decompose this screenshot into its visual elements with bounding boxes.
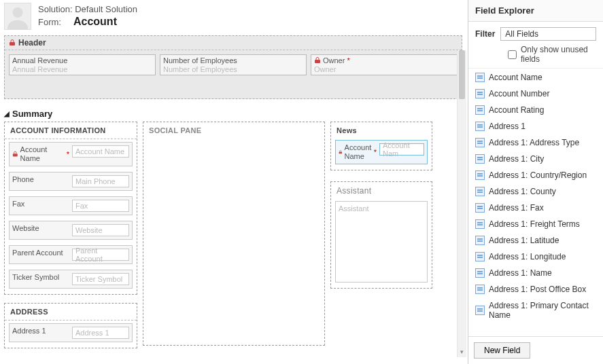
field-list-label: Address 1: Freight Terms bbox=[489, 219, 580, 229]
svg-rect-2 bbox=[315, 60, 320, 63]
field-input[interactable]: Parent Account bbox=[72, 249, 129, 261]
field-icon bbox=[475, 170, 485, 180]
filter-label: Filter bbox=[475, 29, 495, 39]
unused-fields-checkbox[interactable] bbox=[508, 50, 517, 59]
field-list-label: Account Name bbox=[489, 73, 542, 82]
tab-summary[interactable]: ◢ Summary bbox=[4, 109, 462, 119]
field-input[interactable]: Website bbox=[72, 224, 129, 236]
section-title: ADDRESS bbox=[5, 304, 137, 320]
field-input[interactable]: Account Nam bbox=[379, 143, 424, 156]
field-input[interactable]: Account Name bbox=[72, 145, 129, 158]
lock-icon bbox=[12, 151, 18, 158]
field-icon bbox=[475, 187, 485, 196]
field-explorer-pane: Field Explorer Filter All Fields Only sh… bbox=[468, 0, 603, 364]
scrollbar-thumb[interactable] bbox=[459, 50, 465, 99]
field-input[interactable]: Fax bbox=[72, 200, 129, 212]
field-explorer-title: Field Explorer bbox=[468, 0, 603, 22]
filter-select[interactable]: All Fields bbox=[500, 27, 596, 41]
field-news-account-name[interactable]: Account Name* Account Nam bbox=[335, 140, 428, 164]
field-input[interactable]: Address 1 bbox=[72, 327, 129, 339]
field-list-item[interactable]: Address 1: Post Office Box bbox=[468, 282, 603, 297]
header-field-annual-revenue[interactable]: Annual Revenue Annual Revenue bbox=[9, 54, 156, 75]
field-icon bbox=[475, 236, 485, 245]
field-phone[interactable]: Phone Main Phone bbox=[9, 172, 133, 191]
new-field-button[interactable]: New Field bbox=[474, 342, 530, 359]
field-list-label: Address 1: Latitude bbox=[489, 236, 559, 245]
field-icon bbox=[475, 105, 485, 115]
assistant-box[interactable]: Assistant bbox=[335, 201, 428, 283]
field-fax[interactable]: Fax Fax bbox=[9, 196, 133, 215]
field-icon bbox=[475, 138, 485, 147]
field-icon bbox=[475, 285, 485, 294]
field-icon bbox=[475, 203, 485, 213]
section-account-information[interactable]: ACCOUNT INFORMATION Account Name* Accoun… bbox=[4, 122, 137, 295]
field-icon bbox=[475, 73, 485, 82]
field-list-item[interactable]: Account Number bbox=[468, 86, 603, 101]
unused-fields-label: Only show unused fields bbox=[521, 45, 596, 64]
field-icon bbox=[475, 306, 485, 315]
field-list-item[interactable]: Address 1 bbox=[468, 119, 603, 134]
field-list-label: Address 1: Post Office Box bbox=[489, 285, 586, 294]
field-icon bbox=[475, 122, 485, 131]
section-title: ACCOUNT INFORMATION bbox=[5, 122, 137, 139]
field-list: Account NameAccount NumberAccount Rating… bbox=[468, 68, 603, 336]
field-website[interactable]: Website Website bbox=[9, 221, 133, 240]
svg-rect-1 bbox=[10, 42, 15, 46]
field-address1[interactable]: Address 1 Address 1 bbox=[9, 323, 133, 342]
svg-point-0 bbox=[12, 7, 22, 18]
field-list-item[interactable]: Address 1: City bbox=[468, 151, 603, 166]
header-field-owner[interactable]: Owner* Owner bbox=[311, 54, 458, 75]
scrollbar[interactable]: ▾ bbox=[457, 50, 466, 357]
field-icon bbox=[475, 252, 485, 261]
field-list-label: Address 1: County bbox=[489, 187, 556, 196]
lock-icon bbox=[339, 149, 343, 156]
field-list-item[interactable]: Address 1: Name bbox=[468, 266, 603, 280]
section-social-pane[interactable]: SOCIAL PANE bbox=[143, 122, 325, 346]
avatar bbox=[4, 3, 31, 30]
section-news[interactable]: News Account Name* Account Nam bbox=[330, 122, 432, 170]
field-input[interactable]: Ticker Symbol bbox=[72, 273, 129, 285]
field-list-item[interactable]: Address 1: Freight Terms bbox=[468, 217, 603, 232]
field-list-item[interactable]: Address 1: Country/Region bbox=[468, 168, 603, 183]
field-list-item[interactable]: Address 1: Longitude bbox=[468, 249, 603, 264]
field-list-item[interactable]: Address 1: Address Type bbox=[468, 135, 603, 150]
field-icon bbox=[475, 219, 485, 229]
field-list-item[interactable]: Account Rating bbox=[468, 103, 603, 117]
expand-icon: ◢ bbox=[4, 110, 10, 117]
field-parent-account[interactable]: Parent Account Parent Account bbox=[9, 245, 133, 264]
lock-icon bbox=[314, 57, 321, 64]
field-list-label: Account Number bbox=[489, 89, 549, 98]
field-icon bbox=[475, 89, 485, 98]
field-list-label: Account Rating bbox=[489, 105, 544, 115]
section-title: SOCIAL PANE bbox=[143, 122, 324, 139]
field-list-item[interactable]: Address 1: Fax bbox=[468, 200, 603, 215]
field-list-label: Address 1: Primary Contact Name bbox=[489, 301, 596, 320]
field-list-label: Address 1: City bbox=[489, 154, 544, 164]
field-list-label: Address 1: Longitude bbox=[489, 252, 566, 261]
field-list-label: Address 1: Name bbox=[489, 268, 552, 278]
form-label: Form: bbox=[38, 17, 61, 27]
header-field-num-employees[interactable]: Number of Employees Number of Employees bbox=[160, 54, 307, 75]
svg-rect-3 bbox=[13, 153, 18, 156]
field-list-label: Address 1: Address Type bbox=[489, 138, 579, 147]
field-list-item[interactable]: Address 1: County bbox=[468, 184, 603, 199]
section-title: News bbox=[331, 122, 432, 139]
entity-name: Account bbox=[73, 16, 117, 28]
field-list-item[interactable]: Account Name bbox=[468, 70, 603, 85]
field-list-item[interactable]: Address 1: Primary Contact Name bbox=[468, 298, 603, 323]
solution-label: Solution: bbox=[38, 4, 73, 14]
scroll-down-icon[interactable]: ▾ bbox=[458, 346, 466, 357]
field-ticker-symbol[interactable]: Ticker Symbol Ticker Symbol bbox=[9, 270, 133, 289]
header-section[interactable]: Header Annual Revenue Annual Revenue Num… bbox=[4, 35, 462, 99]
solution-name: Default Solution bbox=[75, 4, 137, 14]
field-input[interactable]: Main Phone bbox=[72, 175, 129, 187]
field-list-label: Address 1: Fax bbox=[489, 203, 544, 213]
field-list-item[interactable]: Address 1: Latitude bbox=[468, 233, 603, 248]
field-account-name[interactable]: Account Name* Account Name bbox=[9, 142, 133, 166]
section-address[interactable]: ADDRESS Address 1 Address 1 bbox=[4, 303, 137, 348]
header-section-title: Header bbox=[18, 38, 46, 48]
field-list-label: Address 1 bbox=[489, 122, 526, 131]
section-assistant[interactable]: Assistant Assistant bbox=[330, 181, 432, 289]
section-title: Assistant bbox=[331, 182, 432, 200]
form-editor-header: Solution: Default Solution Form: Account bbox=[4, 0, 462, 34]
